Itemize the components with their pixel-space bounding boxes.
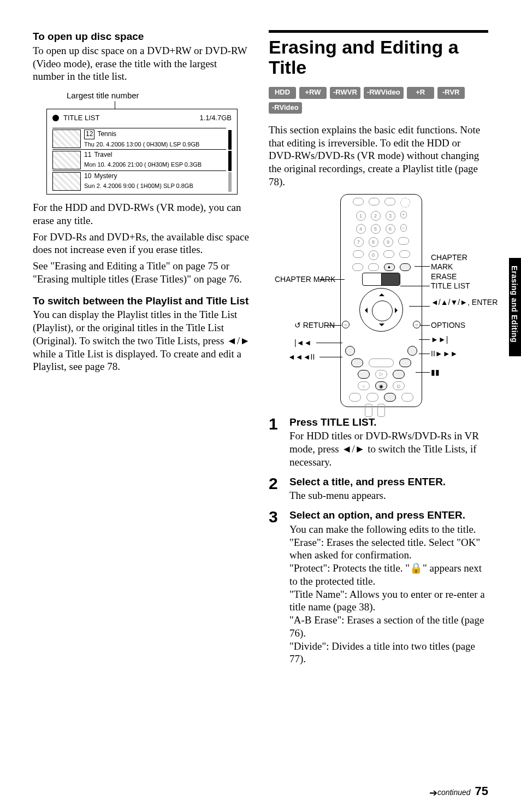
label-options: OPTIONS: [431, 321, 465, 331]
figure-caption: Largest title number: [67, 91, 251, 101]
row-number: 12: [84, 130, 94, 139]
table-row: 12 Tennis Thu 20. 4.2006 13:00 ( 0H30M) …: [52, 128, 226, 149]
para-switch: You can display the Playlist titles in t…: [33, 308, 251, 373]
step-3: 3 Select an option, and press ENTER. You…: [269, 509, 488, 668]
left-column: To open up disc space To open up disc sp…: [33, 30, 251, 672]
remote-diagram: 123+ 456− 789 0 ● ○○ ▷ ○◉⊙: [275, 194, 482, 413]
row-title: Mystery: [94, 172, 117, 180]
label-rewind-icon: ◄◄◄II: [288, 352, 315, 362]
badge-r-vr: -RVR: [437, 87, 465, 98]
thumbnail-icon: [52, 172, 81, 191]
step-2: 2 Select a title, and press ENTER. The s…: [269, 475, 488, 505]
row-title: Tennis: [97, 130, 116, 138]
badge-hdd: HDD: [269, 87, 296, 98]
step-heading: Select a title, and press ENTER.: [289, 475, 488, 489]
heading-rule: [269, 30, 488, 33]
remote-outline: 123+ 456− 789 0 ● ○○ ▷ ○◉⊙: [340, 194, 422, 407]
leader-line: [115, 101, 115, 109]
title-list-figure: TITLE LIST 1.1/4.7GB 12 Tennis Thu 20. 4…: [46, 109, 238, 195]
badge-r-video: -RVideo: [269, 102, 302, 114]
label-title-list: TITLE LIST: [431, 281, 470, 291]
media-badges: HDD +RW -RWVR -RWVideo +R -RVR -RVideo: [269, 87, 488, 114]
title-list-header: TITLE LIST 1.1/4.7GB: [52, 114, 232, 122]
row-title: Travel: [94, 151, 112, 158]
label-prev-icon: |◄◄: [294, 338, 311, 348]
row-meta: Mon 10. 4.2006 21:00 ( 0H30M) ESP 0.3GB: [84, 161, 226, 168]
label-ff-icon: II►►►: [431, 349, 458, 359]
page-footer: ➔continued 75: [429, 784, 488, 799]
heading-open-space: To open up disc space: [33, 30, 251, 43]
step-body: You can make the following edits to the …: [289, 523, 488, 666]
continued-arrow-icon: ➔: [429, 787, 437, 798]
record-dot-icon: [52, 115, 59, 121]
page-title: Erasing and Editing a Title: [269, 37, 488, 77]
steps-list: 1 Press TITLE LIST. For HDD titles or DV…: [269, 416, 488, 668]
para-see: See "Erasing and Editing a Title" on pag…: [33, 260, 251, 286]
page-number: 75: [475, 784, 488, 798]
row-meta: Sun 2. 4.2006 9:00 ( 1H00M) SLP 0.8GB: [84, 182, 226, 190]
badge-plus-rw: +RW: [299, 87, 327, 98]
para-dvdr: For DVD-Rs and DVD+Rs, the available dis…: [33, 231, 251, 257]
step-number: 3: [269, 509, 282, 668]
table-row: 10 Mystery Sun 2. 4.2006 9:00 ( 1H00M) S…: [52, 170, 226, 192]
para-open-space: To open up disc space on a DVD+RW or DVD…: [33, 44, 251, 83]
badge-rw-vr: -RWVR: [330, 87, 360, 98]
row-number: 10: [84, 172, 91, 180]
step-heading: Press TITLE LIST.: [289, 416, 488, 429]
side-tab-label: Erasing and Editing: [509, 258, 519, 343]
label-next-icon: ►►|: [431, 335, 448, 345]
step-1: 1 Press TITLE LIST. For HDD titles or DV…: [269, 416, 488, 471]
right-column: Erasing and Editing a Title HDD +RW -RWV…: [269, 30, 488, 672]
table-row: 11 Travel Mon 10. 4.2006 21:00 ( 0H30M) …: [52, 149, 226, 170]
row-number: 11: [84, 151, 91, 158]
thumbnail-icon: [52, 151, 81, 169]
title-list-capacity: 1.1/4.7GB: [199, 114, 232, 122]
badge-rw-video: -RWVideo: [364, 87, 404, 98]
heading-switch-lists: To switch between the Playlist and Title…: [33, 295, 251, 308]
step-number: 1: [269, 416, 282, 471]
thumbnail-icon: [52, 130, 81, 148]
step-body: For HDD titles or DVD-RWs/DVD-Rs in VR m…: [289, 429, 488, 468]
label-arrows-enter: ◄/▲/▼/►, ENTER: [431, 298, 498, 308]
row-meta: Thu 20. 4.2006 13:00 ( 0H30M) LSP 0.9GB: [84, 140, 226, 148]
title-list-label: TITLE LIST: [63, 114, 99, 122]
step-heading: Select an option, and press ENTER.: [289, 509, 488, 522]
badge-plus-r: +R: [407, 87, 434, 98]
label-pause-icon: ▮▮: [431, 368, 440, 378]
para-hdd-vr: For the HDD and DVD-RWs (VR mode), you c…: [33, 201, 251, 227]
side-tab: Erasing and Editing: [509, 258, 521, 356]
continued-label: continued: [437, 788, 471, 797]
scrollbar-icon: [228, 128, 232, 192]
intro-paragraph: This section explains the basic edit fun…: [269, 123, 488, 189]
step-body: The sub-menu appears.: [289, 489, 488, 502]
label-chapter-mark-erase: CHAPTERMARKERASE: [431, 253, 467, 282]
step-number: 2: [269, 475, 282, 505]
